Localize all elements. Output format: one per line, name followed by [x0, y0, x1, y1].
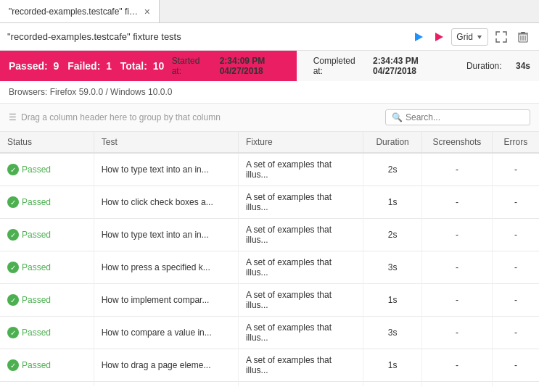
- status-passed: ✓Passed: [7, 164, 86, 175]
- table-header: Status Test Fixture Duration Screenshots…: [0, 132, 539, 153]
- expand-button[interactable]: [493, 28, 510, 46]
- cell-screenshots: -: [421, 153, 492, 186]
- cell-screenshots: -: [421, 349, 492, 382]
- status-passed: ✓Passed: [7, 196, 86, 208]
- cell-errors: -: [492, 317, 539, 349]
- cell-status: ✓Passed: [0, 349, 94, 382]
- view-label: Grid: [456, 32, 473, 42]
- toolbar: "recorded-examples.testcafe" fixture tes…: [0, 23, 539, 51]
- view-dropdown[interactable]: Grid: [451, 28, 488, 46]
- group-header-text: Drag a column header here to group by th…: [21, 112, 221, 122]
- cell-status: ✓Passed: [0, 284, 94, 317]
- col-header-screenshots: Screenshots: [421, 132, 492, 153]
- failed-count: 1: [106, 60, 112, 72]
- completed-label: Completed at:: [313, 56, 359, 76]
- status-label: Passed: [22, 360, 51, 370]
- play-next-button[interactable]: [431, 29, 447, 45]
- cell-status: ✓Passed: [0, 219, 94, 251]
- cell-fixture: A set of examples that illus...: [238, 251, 363, 284]
- table-row[interactable]: ✓PassedHow to click check boxes a...A se…: [0, 186, 539, 219]
- cell-errors: -: [492, 349, 539, 382]
- search-box[interactable]: 🔍: [385, 109, 530, 125]
- status-passed: ✓Passed: [7, 359, 86, 371]
- cell-fixture: A set of examples that illus...: [238, 219, 363, 251]
- browser-info: Browsers: Firefox 59.0.0 / Windows 10.0.…: [0, 81, 539, 104]
- cell-screenshots: -: [421, 284, 492, 317]
- tab-bar: "recorded-examples.testcafe" fixture... …: [0, 0, 539, 23]
- cell-duration: 3s: [363, 251, 422, 284]
- cell-fixture: A set of examples that illus...: [238, 284, 363, 317]
- cell-test: How to compare a value in...: [94, 317, 238, 349]
- cell-test: How to select text in an inp...: [94, 382, 238, 387]
- cell-fixture: A set of examples that illus...: [238, 382, 363, 387]
- pass-icon: ✓: [7, 359, 19, 371]
- table-row[interactable]: ✓PassedHow to type text into an in...A s…: [0, 153, 539, 186]
- status-label: Passed: [22, 164, 51, 175]
- status-passed: ✓Passed: [7, 327, 86, 338]
- cell-status: ✓Passed: [0, 251, 94, 284]
- passed-count: 9: [54, 60, 59, 72]
- table-body: ✓PassedHow to type text into an in...A s…: [0, 153, 539, 386]
- total-label: Total:: [120, 60, 147, 72]
- status-passed: ✓Passed: [7, 229, 86, 241]
- col-header-errors: Errors: [492, 132, 539, 153]
- table-row[interactable]: ✓PassedHow to press a specified k...A se…: [0, 251, 539, 284]
- active-tab[interactable]: "recorded-examples.testcafe" fixture... …: [0, 0, 160, 22]
- search-input[interactable]: [406, 112, 524, 122]
- cell-status: ✓Passed: [0, 317, 94, 349]
- cell-duration: 3s: [363, 317, 422, 349]
- status-label: Passed: [22, 230, 51, 240]
- table-row[interactable]: ✓PassedHow to compare a value in...A set…: [0, 317, 539, 349]
- cell-status: ✓Passed: [0, 153, 94, 186]
- cell-screenshots: -: [421, 251, 492, 284]
- status-label: Passed: [22, 328, 51, 338]
- cell-screenshots: -: [421, 186, 492, 219]
- svg-marker-1: [435, 33, 443, 41]
- pass-icon: ✓: [7, 262, 19, 273]
- status-passed: ✓Passed: [7, 294, 86, 306]
- table-row[interactable]: ✓PassedHow to implement compar...A set o…: [0, 284, 539, 317]
- cell-test: How to drag a page eleme...: [94, 349, 238, 382]
- search-icon: 🔍: [392, 112, 403, 122]
- cell-status: ✓Passed: [0, 382, 94, 387]
- cell-test: How to press a specified k...: [94, 251, 238, 284]
- total-count: 10: [153, 60, 165, 72]
- summary-details: Started at: 2:34:09 PM 04/27/2018 Comple…: [165, 56, 530, 76]
- toolbar-title: "recorded-examples.testcafe" fixture tes…: [7, 31, 411, 42]
- status-label: Passed: [22, 197, 51, 207]
- cell-test: How to click check boxes a...: [94, 186, 238, 219]
- cell-test: How to type text into an in...: [94, 219, 238, 251]
- col-header-status: Status: [0, 132, 94, 153]
- started-time: 2:34:09 PM 04/27/2018: [220, 56, 297, 76]
- pass-icon: ✓: [7, 327, 19, 338]
- pass-icon: ✓: [7, 229, 19, 241]
- table-row[interactable]: ✓PassedHow to select text in an inp...A …: [0, 382, 539, 387]
- cell-duration: 1s: [363, 349, 422, 382]
- table-row[interactable]: ✓PassedHow to type text into an in...A s…: [0, 219, 539, 251]
- pass-icon: ✓: [7, 164, 19, 175]
- duration-label: Duration:: [466, 61, 502, 71]
- results-table-container: Status Test Fixture Duration Screenshots…: [0, 132, 539, 386]
- tab-close-button[interactable]: ×: [144, 6, 150, 17]
- col-header-test: Test: [94, 132, 238, 153]
- cell-screenshots: -: [421, 219, 492, 251]
- cell-fixture: A set of examples that illus...: [238, 349, 363, 382]
- col-header-fixture: Fixture: [238, 132, 363, 153]
- play-button[interactable]: [411, 29, 427, 45]
- cell-test: How to implement compar...: [94, 284, 238, 317]
- cell-errors: -: [492, 251, 539, 284]
- col-header-duration: Duration: [363, 132, 422, 153]
- group-header: ☰ Drag a column header here to group by …: [0, 104, 539, 132]
- cell-fixture: A set of examples that illus...: [238, 153, 363, 186]
- svg-marker-0: [415, 33, 423, 41]
- table-row[interactable]: ✓PassedHow to drag a page eleme...A set …: [0, 349, 539, 382]
- completed-time: 2:34:43 PM 04/27/2018: [373, 56, 450, 76]
- cell-errors: -: [492, 153, 539, 186]
- cell-duration: 1s: [363, 186, 422, 219]
- cell-errors: -: [492, 382, 539, 387]
- results-table: Status Test Fixture Duration Screenshots…: [0, 132, 539, 386]
- summary-bar: Passed: 9 Failed: 1 Total: 10 Started at…: [0, 51, 539, 81]
- status-label: Passed: [22, 262, 51, 272]
- status-label: Passed: [22, 295, 51, 305]
- delete-button[interactable]: [514, 28, 532, 46]
